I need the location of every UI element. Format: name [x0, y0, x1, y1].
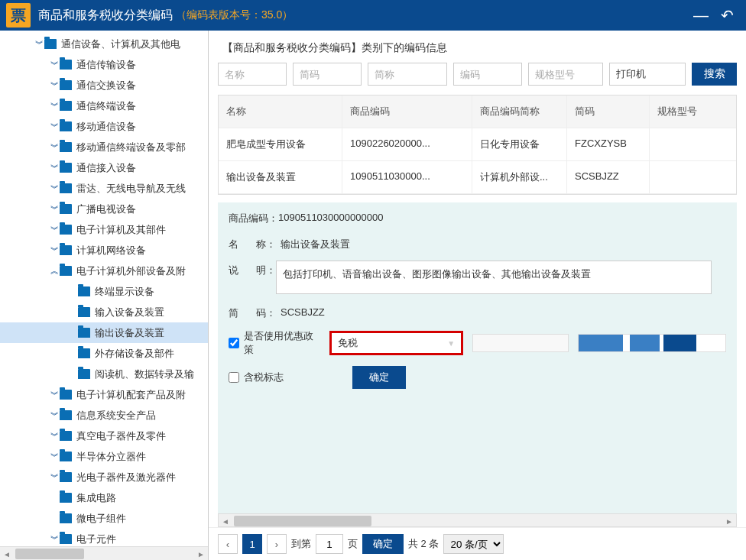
- pager-confirm-button[interactable]: 确定: [362, 534, 404, 554]
- tree-item[interactable]: ︾信息系统安全产品: [0, 405, 208, 426]
- app-logo: 票: [6, 3, 31, 28]
- tree-item[interactable]: ︾通信终端设备: [0, 95, 208, 116]
- tree-item-label: 半导体分立器件: [76, 450, 146, 464]
- tree-item[interactable]: 集成电路: [0, 487, 208, 508]
- tree-item[interactable]: 终端显示设备: [0, 281, 208, 302]
- tree-item[interactable]: ︾电子元件: [0, 529, 208, 546]
- collapse-icon[interactable]: ︽: [49, 265, 60, 277]
- tree-item[interactable]: ︾通信设备、计算机及其他电: [0, 34, 208, 54]
- taxflag-checkbox-input[interactable]: [229, 372, 239, 383]
- result-table: 名称 商品编码 商品编码简称 简码 规格型号 肥皂成型专用设备 10902260…: [218, 95, 737, 195]
- scroll-left-icon[interactable]: ◄: [0, 547, 14, 560]
- expand-icon[interactable]: ︾: [49, 79, 60, 91]
- expand-icon[interactable]: ︾: [49, 224, 60, 235]
- folder-icon: [60, 225, 72, 235]
- description-box[interactable]: 包括打印机、语音输出设备、图形图像输出设备、其他输出设备及装置: [276, 261, 712, 294]
- tree-item[interactable]: ︾电子计算机及其部件: [0, 219, 208, 240]
- sidebar-scrollbar[interactable]: ◄ ►: [0, 546, 208, 560]
- tree-item-label: 移动通信设备: [76, 120, 136, 134]
- tree-item[interactable]: 阅读机、数据转录及输: [0, 364, 208, 384]
- table-row[interactable]: 输出设备及装置 1090511030000... 计算机外部设... SCSBJ…: [219, 161, 736, 194]
- main-area: ︾通信设备、计算机及其他电︾通信传输设备︾通信交换设备︾通信终端设备︾移动通信设…: [0, 31, 746, 560]
- pager-to-label: 到第: [291, 537, 311, 551]
- expand-icon[interactable]: ︾: [49, 162, 60, 173]
- expand-icon[interactable]: ︾: [49, 409, 60, 421]
- tree-item[interactable]: ︾广播电视设备: [0, 199, 208, 219]
- content-scrollbar[interactable]: ◄ ►: [218, 513, 737, 527]
- td-spec: [650, 128, 736, 160]
- scroll-right-icon[interactable]: ►: [722, 514, 736, 528]
- tree-item[interactable]: ︽电子计算机外部设备及附: [0, 261, 208, 281]
- expand-icon[interactable]: ︾: [49, 451, 60, 462]
- pager-page-input[interactable]: [316, 534, 343, 554]
- expand-icon[interactable]: ︾: [49, 100, 60, 112]
- td-abbr: 计算机外部设...: [472, 161, 567, 193]
- tree-item[interactable]: 外存储设备及部件: [0, 343, 208, 364]
- shortcode-label-b: 码：: [256, 306, 276, 320]
- folder-icon: [78, 307, 90, 317]
- expand-icon[interactable]: ︾: [49, 59, 60, 70]
- expand-icon[interactable]: ︾: [49, 183, 60, 194]
- tree-item[interactable]: ︾移动通信设备: [0, 116, 208, 137]
- expand-icon[interactable]: ︾: [49, 389, 60, 400]
- search-value-input[interactable]: [609, 63, 686, 86]
- pager-page-1[interactable]: 1: [242, 534, 262, 554]
- expand-icon[interactable]: ︾: [49, 121, 60, 132]
- scroll-thumb[interactable]: [234, 516, 371, 526]
- detail-confirm-button[interactable]: 确定: [352, 366, 406, 389]
- th-abbr: 商品编码简称: [472, 95, 567, 128]
- minimize-icon[interactable]: —: [687, 7, 715, 24]
- th-code: 商品编码: [342, 95, 472, 128]
- tree-item[interactable]: 输入设备及装置: [0, 302, 208, 322]
- search-code-input[interactable]: [453, 63, 522, 86]
- expand-icon[interactable]: ︾: [49, 533, 60, 545]
- folder-icon: [60, 452, 72, 461]
- search-name-input[interactable]: [218, 63, 287, 86]
- search-button[interactable]: 搜索: [692, 63, 737, 86]
- scroll-left-icon[interactable]: ◄: [219, 514, 232, 528]
- search-shortcode-input[interactable]: [293, 63, 362, 86]
- expand-icon[interactable]: ︾: [49, 203, 60, 215]
- tree-item[interactable]: ︾移动通信终端设备及零部: [0, 137, 208, 157]
- policy-checkbox[interactable]: 是否使用优惠政策: [229, 329, 320, 357]
- tree-item[interactable]: 输出设备及装置: [0, 322, 208, 343]
- tree-item[interactable]: ︾电子计算机配套产品及附: [0, 384, 208, 405]
- pager-perpage-select[interactable]: 20 条/页: [443, 534, 504, 554]
- tax-policy-select[interactable]: 免税 ▼: [329, 331, 463, 355]
- expand-icon[interactable]: ︾: [49, 471, 60, 483]
- expand-icon[interactable]: ︾: [49, 141, 60, 153]
- table-header: 名称 商品编码 商品编码简称 简码 规格型号: [219, 95, 736, 128]
- search-spec-input[interactable]: [528, 63, 603, 86]
- pager-next-button[interactable]: ›: [267, 534, 287, 554]
- th-spec: 规格型号: [650, 95, 736, 128]
- pager: ‹ 1 › 到第 页 确定 共 2 条 20 条/页: [209, 527, 746, 560]
- policy-checkbox-label: 是否使用优惠政策: [244, 329, 321, 357]
- pager-prev-button[interactable]: ‹: [218, 534, 238, 554]
- tree-item[interactable]: ︾半导体分立器件: [0, 446, 208, 467]
- policy-checkbox-input[interactable]: [229, 338, 239, 348]
- folder-icon: [78, 348, 90, 358]
- tree-item[interactable]: ︾雷达、无线电导航及无线: [0, 178, 208, 199]
- tree-item-label: 输出设备及装置: [95, 326, 164, 340]
- td-code: 1090511030000...: [342, 161, 472, 193]
- tree-item-label: 微电子组件: [76, 512, 126, 526]
- tree-item-label: 计算机网络设备: [76, 244, 146, 257]
- expand-icon[interactable]: ︾: [34, 38, 44, 50]
- taxflag-checkbox[interactable]: 含税标志: [229, 371, 284, 384]
- tree-item[interactable]: ︾通信接入设备: [0, 157, 208, 178]
- scroll-right-icon[interactable]: ►: [194, 547, 208, 560]
- tree-item[interactable]: ︾计算机网络设备: [0, 240, 208, 261]
- tree-item[interactable]: ︾通信传输设备: [0, 54, 208, 75]
- expand-icon[interactable]: ︾: [49, 244, 60, 256]
- expand-icon[interactable]: ︾: [49, 430, 60, 442]
- back-icon[interactable]: ↶: [715, 6, 740, 24]
- scroll-thumb[interactable]: [15, 549, 84, 559]
- table-row[interactable]: 肥皂成型专用设备 1090226020000... 日化专用设备 FZCXZYS…: [219, 128, 736, 161]
- tree-item[interactable]: ︾光电子器件及激光器件: [0, 467, 208, 487]
- tree-item[interactable]: ︾真空电子器件及零件: [0, 426, 208, 446]
- tree-item[interactable]: ︾通信交换设备: [0, 75, 208, 95]
- search-abbr-input[interactable]: [368, 63, 447, 86]
- tree-item[interactable]: 微电子组件: [0, 508, 208, 529]
- folder-icon: [60, 472, 72, 482]
- folder-icon: [60, 101, 72, 111]
